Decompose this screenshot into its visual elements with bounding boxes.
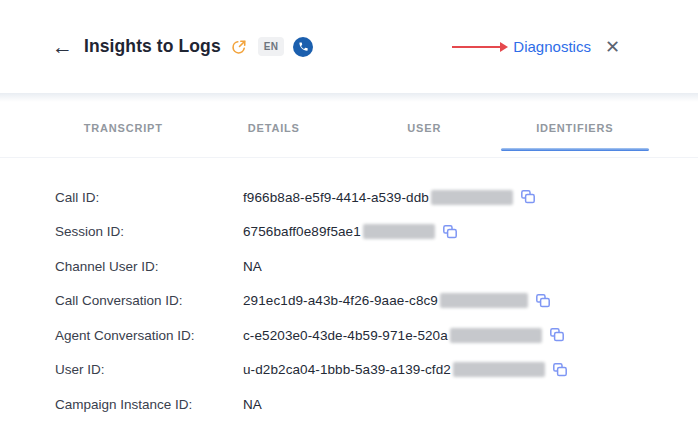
header-divider	[0, 93, 698, 102]
field-label: Campaign Instance ID:	[55, 397, 243, 412]
field-row-campaign-instance-id: Campaign Instance ID: NA	[0, 387, 698, 422]
field-label: User ID:	[55, 362, 243, 377]
field-label: Call Conversation ID:	[55, 293, 243, 308]
field-row-user-id: User ID: u-d2b2ca04-1bbb-5a39-a139-cfd2	[0, 353, 698, 388]
field-value: f966b8a8-e5f9-4414-a539-ddb	[243, 190, 429, 205]
language-badge: EN	[258, 37, 285, 56]
field-row-channel-user-id: Channel User ID: NA	[0, 249, 698, 284]
header-actions: Diagnostics ✕	[452, 38, 620, 56]
tab-user[interactable]: USER	[349, 122, 500, 151]
annotation-arrow-icon	[452, 42, 508, 52]
field-label: Agent Conversation ID:	[55, 328, 243, 343]
copy-icon[interactable]	[549, 327, 565, 343]
field-label: Call ID:	[55, 190, 243, 205]
field-row-agent-conversation-id: Agent Conversation ID: c-e5203e0-43de-4b…	[0, 318, 698, 353]
field-label: Channel User ID:	[55, 259, 243, 274]
diagnostics-link[interactable]: Diagnostics	[513, 38, 591, 55]
redacted-value	[450, 328, 542, 343]
field-value: NA	[243, 397, 262, 412]
field-row-session-id: Session ID: 6756baff0e89f5ae1	[0, 215, 698, 250]
field-value: c-e5203e0-43de-4b59-971e-520a	[243, 328, 448, 343]
page-title: Insights to Logs	[84, 36, 221, 57]
tabs-divider	[0, 157, 698, 158]
tab-identifiers[interactable]: IDENTIFIERS	[500, 122, 651, 151]
copy-icon[interactable]	[520, 189, 536, 205]
redacted-value	[453, 362, 545, 377]
external-link-icon[interactable]	[231, 39, 247, 55]
copy-icon[interactable]	[535, 293, 551, 309]
close-icon[interactable]: ✕	[605, 38, 620, 56]
redacted-value	[363, 224, 435, 239]
redacted-value	[431, 190, 513, 205]
field-value: NA	[243, 259, 262, 274]
copy-icon[interactable]	[552, 362, 568, 378]
field-value: 291ec1d9-a43b-4f26-9aae-c8c9	[243, 293, 438, 308]
field-row-call-conversation-id: Call Conversation ID: 291ec1d9-a43b-4f26…	[0, 284, 698, 319]
tab-details[interactable]: DETAILS	[199, 122, 350, 151]
tab-bar: TRANSCRIPT DETAILS USER IDENTIFIERS	[48, 122, 650, 151]
identifiers-list: Call ID: f966b8a8-e5f9-4414-a539-ddb Ses…	[0, 180, 698, 422]
header: ← Insights to Logs EN Diagnostics ✕	[0, 0, 698, 93]
redacted-value	[440, 293, 528, 308]
insights-to-logs-panel: ← Insights to Logs EN Diagnostics ✕ TRAN…	[0, 0, 698, 435]
field-row-call-id: Call ID: f966b8a8-e5f9-4414-a539-ddb	[0, 180, 698, 215]
copy-icon[interactable]	[442, 224, 458, 240]
back-arrow-icon[interactable]: ←	[52, 36, 73, 57]
field-value: 6756baff0e89f5ae1	[243, 224, 361, 239]
field-value: u-d2b2ca04-1bbb-5a39-a139-cfd2	[243, 362, 451, 377]
phone-icon	[293, 37, 313, 57]
tab-transcript[interactable]: TRANSCRIPT	[48, 122, 199, 151]
field-label: Session ID:	[55, 224, 243, 239]
